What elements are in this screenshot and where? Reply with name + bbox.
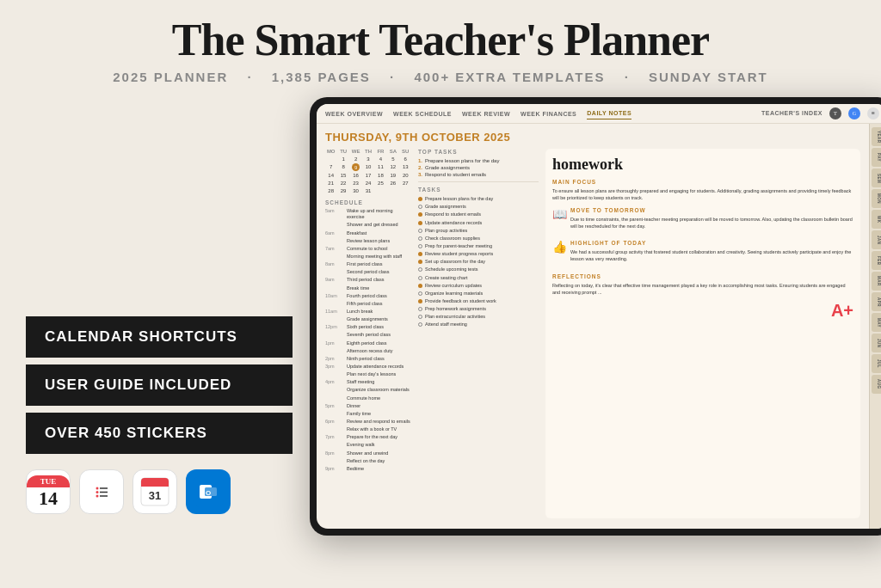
planner-grid: MO TU WE TH FR SA SU 1: [325, 149, 860, 518]
task-item: Respond to student emails: [418, 211, 539, 217]
left-panel: CALENDAR SHORTCUTS USER GUIDE INCLUDED O…: [26, 93, 293, 548]
task-item: Update attendance records: [418, 220, 539, 226]
task-item: Check classroom supplies: [418, 236, 539, 242]
schedule-item: 6pmReview and respond to emails: [325, 419, 411, 425]
dot-2: ·: [390, 70, 395, 84]
badge-calendar-label: CALENDAR SHORTCUTS: [45, 328, 237, 346]
schedule-item: 4pmStaff meeting: [325, 379, 411, 385]
mini-calendar: MO TU WE TH FR SA SU 1: [325, 149, 411, 194]
main-focus-header: MAIN FOCUS: [552, 179, 853, 185]
top-task-2: 2. Grade assignments: [418, 165, 539, 170]
nav-icon-t: T: [829, 107, 841, 119]
move-header: MOVE TO TOMORROW: [570, 207, 853, 213]
highlight-header: HIGHLIGHT OF TODAY: [570, 240, 853, 246]
reflections-header: REFLECTIONS: [552, 273, 853, 279]
schedule-item: Afternoon recess duty: [325, 348, 411, 354]
schedule-item: 5amWake up and morning exercise: [325, 208, 411, 220]
sidebar-tab-jun[interactable]: JUN: [872, 334, 882, 352]
task-item: Review curriculum updates: [418, 283, 539, 289]
schedule-item: 3pmUpdate attendance records: [325, 364, 411, 370]
schedule-item: Fifth period class: [325, 301, 411, 307]
tablet-wrapper: WEEK OVERVIEW WEEK SCHEDULE WEEK REVIEW …: [310, 93, 881, 548]
tab-week-schedule[interactable]: WEEK SCHEDULE: [393, 108, 452, 119]
highlight-text: We had a successful group activity that …: [570, 248, 853, 263]
schedule-item: 10amFourth period class: [325, 293, 411, 299]
gcal-svg: 31: [138, 475, 172, 509]
schedule-item: Shower and get dressed: [325, 222, 411, 228]
schedule-list: 5amWake up and morning exercise Shower a…: [325, 208, 411, 472]
tasks-label: TASKS: [418, 187, 539, 193]
tab-week-overview[interactable]: WEEK OVERVIEW: [325, 108, 383, 119]
schedule-item: Review lesson plans: [325, 238, 411, 244]
right-sidebar: YEAR PAY SEM MON WK JAN FEB MAR APR MAY …: [869, 124, 881, 529]
schedule-label: SCHEDULE: [325, 199, 411, 205]
sidebar-tab-year[interactable]: YEAR: [872, 127, 882, 146]
main-title: The Smart Teacher's Planner: [17, 15, 864, 64]
thumbs-up-icon: 👍: [552, 240, 567, 254]
schedule-item: 12pmSixth period class: [325, 324, 411, 330]
sidebar-tab-mon[interactable]: MON: [872, 189, 882, 208]
task-item: Plan extracurricular activities: [418, 314, 539, 320]
tasks-divider: [418, 181, 539, 182]
sidebar-tab-wk[interactable]: WK: [872, 210, 882, 229]
tab-week-finances[interactable]: WEEK FINANCES: [521, 108, 576, 119]
svg-point-5: [96, 495, 99, 498]
sidebar-tab-sem[interactable]: SEM: [872, 168, 882, 187]
badge-calendar-shortcuts: CALENDAR SHORTCUTS: [26, 316, 293, 358]
schedule-item: Second period class: [325, 269, 411, 275]
schedule-item: Seventh period class: [325, 332, 411, 338]
schedule-item: Commute home: [325, 395, 411, 401]
schedule-item: Organize classroom materials: [325, 387, 411, 393]
subtitle-pages: 1,385 PAGES: [272, 70, 371, 84]
sidebar-tab-pay[interactable]: PAY: [872, 148, 882, 167]
sidebar-tab-may[interactable]: MAY: [872, 313, 882, 332]
sidebar-tab-mar[interactable]: MAR: [872, 272, 882, 291]
task-item: Attend staff meeting: [418, 322, 539, 328]
top-task-3: 3. Respond to student emails: [418, 172, 539, 177]
highlight-section: 👍 HIGHLIGHT OF TODAY We had a successful…: [552, 240, 853, 268]
schedule-item: 7amCommute to school: [325, 246, 411, 252]
sidebar-tab-jul[interactable]: JUL: [872, 354, 882, 373]
cal-day-mo: MO: [325, 149, 336, 154]
nav-icons: TEACHER'S INDEX T G ≡: [744, 107, 879, 119]
schedule-item: Reflect on the day: [325, 458, 411, 464]
task-item: Prep for parent-teacher meeting: [418, 243, 539, 249]
homework-label: homework: [552, 156, 853, 174]
tablet-screen: WEEK OVERVIEW WEEK SCHEDULE WEEK REVIEW …: [317, 104, 881, 529]
google-calendar-icon: 31: [132, 469, 177, 514]
schedule-item: Evening walk: [325, 442, 411, 448]
tab-teacher-index[interactable]: TEACHER'S INDEX: [761, 107, 822, 119]
schedule-item: 8amFirst period class: [325, 261, 411, 267]
main-focus-text: To ensure all lesson plans are thoroughl…: [552, 187, 853, 202]
schedule-item: 8pmShower and unwind: [325, 450, 411, 456]
move-text: Due to time constraints, the parent-teac…: [570, 216, 853, 230]
sidebar-tab-apr[interactable]: APR: [872, 292, 882, 311]
top-tasks-label: TOP TASKS: [418, 149, 539, 155]
task-item: Prepare lesson plans for the day: [418, 196, 539, 202]
badge-stickers-label: OVER 450 STICKERS: [45, 425, 207, 442]
tablet-nav: WEEK OVERVIEW WEEK SCHEDULE WEEK REVIEW …: [317, 104, 881, 124]
sidebar-tab-aug[interactable]: AUG: [872, 375, 882, 394]
reflections-text: Reflecting on today, it's clear that eff…: [552, 282, 853, 297]
tab-daily-notes[interactable]: DAILY NOTES: [587, 107, 631, 119]
sidebar-tab-jan[interactable]: JAN: [872, 230, 882, 249]
subtitle-planner: 2025 PLANNER: [113, 70, 228, 84]
aplus-grade: A+: [552, 301, 853, 321]
task-item: Organize learning materials: [418, 291, 539, 297]
tab-week-review[interactable]: WEEK REVIEW: [462, 108, 510, 119]
outlook-icon: O: [186, 469, 231, 514]
task-item: Set up classroom for the day: [418, 259, 539, 265]
dot-3: ·: [625, 70, 630, 84]
nav-icon-g: G: [848, 107, 860, 119]
date-header: THURSDAY, 9TH OCTOBER 2025: [325, 131, 860, 144]
subtitle-templates: 400+ EXTRA TEMPLATES: [414, 70, 605, 84]
schedule-item: 1pmEighth period class: [325, 340, 411, 346]
task-item: Provide feedback on student work: [418, 298, 539, 304]
planner-right-column: homework MAIN FOCUS To ensure all lesson…: [545, 149, 860, 518]
sidebar-tab-feb[interactable]: FEB: [872, 251, 882, 270]
cal-day-su: SU: [400, 149, 411, 154]
move-to-tomorrow-section: 📖 MOVE TO TOMORROW Due to time constrain…: [552, 207, 853, 236]
schedule-item: Break time: [325, 285, 411, 291]
schedule-item: Family time: [325, 411, 411, 417]
calendar-day-num: 14: [39, 489, 58, 508]
